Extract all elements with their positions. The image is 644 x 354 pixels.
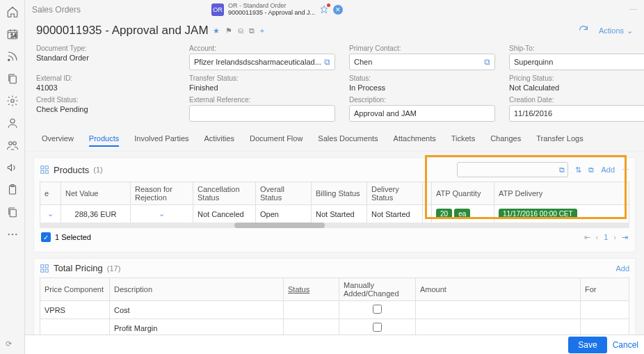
selected-count: 1 Selected [55,233,91,241]
svg-text:14: 14 [10,33,17,39]
table-pager: ⇤ ‹ 1 › ⇥ [584,233,628,242]
atp-qty-badge: 20 [436,209,452,219]
user-icon[interactable] [6,117,19,129]
team-icon[interactable] [6,139,19,152]
home-icon[interactable] [6,6,19,18]
svg-rect-14 [41,166,44,169]
announce-icon[interactable] [6,161,19,174]
panel-more-icon[interactable]: ⋯ [622,166,629,175]
primary-contact-input[interactable]: Chen⧉ [349,54,495,70]
grid-icon [40,264,49,273]
tab-changes[interactable]: Changes [490,134,521,147]
svg-point-7 [13,142,16,145]
account-input[interactable]: Pfizer Irelandsdscsharmaceuticalad...⧉ [189,54,335,70]
topbar-more-icon[interactable]: ⋯ [629,6,637,15]
svg-point-13 [15,234,17,235]
chevron-down-icon[interactable]: ⌄ [159,209,165,218]
chevron-down-icon[interactable]: ⌄ [47,209,54,218]
add-pricing-link[interactable]: Add [615,264,629,273]
link-icon[interactable]: ⧉ [249,26,255,35]
pager-next-icon: › [613,233,616,242]
breadcrumb[interactable]: Sales Orders [32,5,81,15]
product-add-input[interactable]: ⧉ [457,162,568,177]
tab-attachments[interactable]: Attachments [394,134,436,147]
chevron-down-icon: ⌄ [627,26,633,35]
svg-point-12 [11,234,13,235]
footer-bar: Save Cancel [25,335,644,354]
pricing-count: (17) [107,264,121,273]
table-row[interactable]: VPRS Cost [40,301,629,319]
favorite-icon[interactable]: ★ [213,26,220,35]
products-title: Products [54,165,89,175]
svg-point-6 [8,142,12,145]
open-tab[interactable]: OR OR - Standard Order 9000011935 - Appr… [211,3,343,17]
feed-icon[interactable] [6,50,19,63]
manual-checkbox[interactable] [373,305,382,314]
description-input[interactable]: Approval and JAM [349,105,495,122]
pricing-table: Price Component Description Status Manua… [40,277,629,337]
object-tabs: Overview Products Involved Parties Activ… [25,129,644,152]
table-row[interactable]: ⌄ 288,36 EUR ⌄ Not Canceled Open Not Sta… [40,205,629,223]
tab-activities[interactable]: Activities [204,134,234,147]
refresh-icon[interactable] [578,24,589,37]
external-id-value: 41003 [36,83,175,92]
copy-icon[interactable] [6,72,19,85]
products-panel: Products (1) ⧉ ⇅ ⧉ Add ⋯ e Net Value Rea… [33,157,636,252]
more-icon[interactable] [6,228,19,241]
atp-unit-badge: ea [454,209,470,219]
svg-point-4 [10,99,14,103]
tab-overview[interactable]: Overview [42,134,74,147]
clipboard-icon[interactable] [6,184,19,196]
copy2-icon[interactable] [6,206,19,218]
value-help-icon: ⧉ [324,57,330,67]
ship-to-input[interactable]: Superquinn⧉ [509,54,644,70]
order-type-icon: OR [211,3,224,16]
sort-icon[interactable]: ⇅ [575,166,581,175]
settings-icon[interactable] [6,95,19,107]
plus-icon[interactable]: + [260,26,264,35]
flag-icon[interactable]: ⚑ [225,26,232,35]
value-help-icon: ⧉ [559,166,565,175]
calendar-icon[interactable]: 14 [6,28,19,40]
tab-products[interactable]: Products [89,134,119,147]
transfer-status-value: Finished [189,83,335,92]
products-count: (1) [93,166,102,174]
status-value: In Process [349,83,495,92]
svg-point-11 [8,234,9,235]
manual-checkbox[interactable] [373,323,382,332]
tab-tickets[interactable]: Tickets [451,134,475,147]
page-header: 9000011935 - Approval and JAM ★ ⚑ ର ⧉ + … [25,19,644,42]
pager-last-icon[interactable]: ⇥ [622,233,628,242]
tab-sales-documents[interactable]: Sales Documents [318,134,378,147]
pager-page[interactable]: 1 [604,233,608,242]
svg-rect-10 [10,209,16,217]
select-all-checkbox[interactable]: ✓ [41,232,51,242]
save-button[interactable]: Save [568,337,606,353]
svg-rect-21 [45,269,48,272]
tab-involved-parties[interactable]: Involved Parties [134,134,188,147]
pricing-panel: Total Pricing (17) Add Price Component D… [33,258,636,344]
actions-button[interactable]: Actions⌄ [599,26,633,35]
expand-icon[interactable]: ⟳ [6,339,12,348]
close-tab-icon[interactable]: ✕ [333,5,343,15]
atp-delivery-badge: 11/17/2016 00:00 CET [499,209,577,219]
topbar: Sales Orders OR OR - Standard Order 9000… [25,0,644,19]
tab-transfer-logs[interactable]: Transfer Logs [536,134,583,147]
cancel-button[interactable]: Cancel [613,340,638,350]
pager-prev-icon: ‹ [596,233,599,242]
svg-point-5 [10,119,15,123]
external-ref-input[interactable] [189,105,335,122]
tab-document-flow[interactable]: Document Flow [250,134,303,147]
add-product-link[interactable]: Add [601,166,615,174]
page-title: 9000011935 - Approval and JAM [36,24,209,38]
pin-icon[interactable] [319,5,329,15]
left-nav-rail: 14 [0,0,25,354]
creation-date-input[interactable]: 11/16/2016 [509,105,644,122]
export-icon[interactable]: ⧉ [588,166,594,175]
svg-rect-16 [41,170,44,173]
svg-rect-20 [41,269,44,272]
svg-rect-18 [41,264,44,267]
horizontal-scrollbar[interactable] [40,223,629,228]
rss-icon[interactable]: ର [238,26,243,35]
doc-type-value: Standard Order [36,54,175,62]
